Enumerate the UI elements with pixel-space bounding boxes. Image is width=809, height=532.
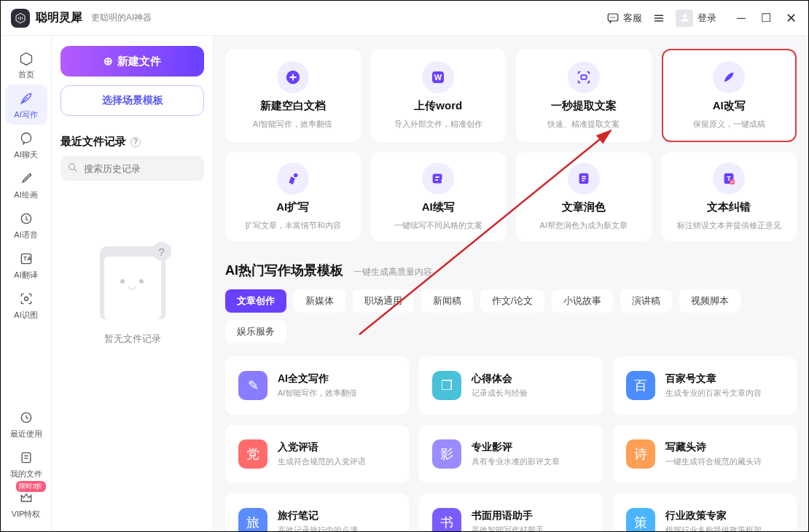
home-icon [18,50,34,66]
sidebar-item-write[interactable]: AI写作 [5,85,47,125]
svg-rect-7 [21,254,31,263]
tab-1[interactable]: 新媒体 [294,289,345,313]
template-icon: ❐ [432,371,461,400]
template-card[interactable]: 策 行业政策专家根据行业名称提供政策框架 [613,493,797,531]
doc-lines-icon [568,163,600,195]
help-icon[interactable]: ? [130,137,141,147]
template-icon: 党 [238,439,267,469]
tab-7[interactable]: 视频脚本 [679,289,740,313]
top-card-grid: 新建空白文档 AI智能写作，效率翻倍 W 上传word 导入外部文件，精准创作 … [225,49,797,142]
svg-point-1 [611,17,612,18]
svg-point-16 [294,173,298,178]
recent-files-heading: 最近文件记录 ? [60,135,204,149]
tab-5[interactable]: 小说故事 [552,289,613,313]
close-button[interactable]: ✕ [783,11,798,26]
svg-point-2 [612,17,614,18]
quill-icon [713,61,745,93]
plus-circle-icon [277,61,309,93]
tab-2[interactable]: 职场通用 [353,289,414,313]
sidebar-vip[interactable]: 限时3折 VIP特权 [5,484,47,524]
card-ai-rewrite[interactable]: AI改写 保留原义，一键成稿 [662,49,797,142]
chat-bubble-icon [18,130,34,146]
empty-illustration: ? [100,246,165,319]
search-input[interactable] [60,156,204,181]
support-button[interactable]: 客服 [606,12,642,25]
sidebar-item-translate[interactable]: AI翻译 [5,245,47,285]
card-new-doc[interactable]: 新建空白文档 AI智能写作，效率翻倍 [225,49,361,142]
card-ai-continue[interactable]: AI续写 一键续写不同风格的文案 [371,152,507,241]
main-content: 新建空白文档 AI智能写作，效率翻倍 W 上传word 导入外部文件，精准创作 … [214,36,808,531]
pen-expand-icon [277,163,309,195]
scan-icon [18,291,34,307]
translate-icon [18,251,34,267]
template-card[interactable]: 诗 写藏头诗一键生成符合规范的藏头诗 [613,425,797,483]
card-polish[interactable]: 文章润色 AI帮您润色为成为新文章 [516,152,652,241]
app-logo-icon [11,9,30,28]
login-button[interactable]: 登录 [697,12,716,25]
template-card[interactable]: 旅 旅行笔记高效记录旅行中的点滴 [225,493,409,531]
card-upload-word[interactable]: W 上传word 导入外部文件，精准创作 [371,49,507,142]
new-file-button[interactable]: ⊕ 新建文件 [60,46,204,77]
card-extract-text[interactable]: 一秒提取文案 快速、精准提取文案 [516,49,652,142]
tab-6[interactable]: 演讲稿 [620,289,672,313]
template-icon: 影 [432,439,461,469]
sidebar-item-audio[interactable]: AI语音 [5,205,47,245]
discount-badge: 限时3折 [16,481,45,492]
card-ai-expand[interactable]: AI扩写 扩写文章，丰富情节和内容 [225,152,361,241]
extract-icon [568,61,600,93]
search-icon [67,162,79,176]
left-panel: ⊕ 新建文件 选择场景模板 最近文件记录 ? ? 暂无文件记录 [52,36,214,531]
tab-0[interactable]: 文章创作 [225,289,286,313]
card-correct[interactable]: T 文本纠错 标注错误文本并提供修正意见 [662,152,797,241]
template-icon: 诗 [626,439,655,469]
sidebar-item-vision[interactable]: AI识图 [5,285,47,325]
file-icon [18,450,34,466]
chat-icon [606,12,620,25]
template-card[interactable]: ❐ 心得体会记录成长与经验 [419,356,603,415]
feather-icon [18,90,34,106]
template-card[interactable]: 书 书面用语助手高效智能写作好帮手 [419,493,603,531]
template-icon: 策 [626,508,655,531]
template-icon: 旅 [238,508,267,531]
brush-icon [18,171,34,187]
template-grid: ✎ AI全文写作AI智能写作，效率翻倍❐ 心得体会记录成长与经验百 百家号文章生… [225,356,797,531]
template-card[interactable]: 百 百家号文章生成专业的百家号文章内容 [613,356,797,415]
crown-icon [18,490,34,506]
template-card[interactable]: 影 专业影评具有专业水准的影评文章 [419,425,603,483]
templates-section-heading: AI热门写作场景模板 一键生成高质量内容 [225,262,797,279]
choose-template-button[interactable]: 选择场景模板 [60,85,204,116]
doc-check-icon: T [713,163,745,195]
menu-icon[interactable] [652,12,665,25]
avatar-placeholder [676,9,693,27]
tab-3[interactable]: 新闻稿 [421,289,473,313]
clock-icon [18,410,34,426]
sidebar-item-draw[interactable]: AI绘画 [5,165,47,205]
sidebar-item-home[interactable]: 首页 [5,44,47,85]
edit-doc-icon [422,163,454,195]
maximize-button[interactable]: ☐ [759,11,773,26]
tagline: 更聪明的AI神器 [91,12,152,24]
title-bar: 聪明灵犀 更聪明的AI神器 客服 登录 ─ ☐ ✕ [1,1,808,36]
sidebar-item-chat[interactable]: AI聊天 [5,125,47,165]
svg-point-8 [24,297,28,301]
sidebar-mydocs[interactable]: 我的文件 [5,444,47,484]
template-icon: 书 [432,508,461,531]
minimize-button[interactable]: ─ [734,11,749,26]
logo: 聪明灵犀 [11,9,82,28]
sidebar: 首页 AI写作 AI聊天 AI绘画 AI语音 AI翻译 AI识图 最 [1,36,52,531]
svg-point-5 [21,133,31,143]
template-card[interactable]: ✎ AI全文写作AI智能写作，效率翻倍 [225,356,409,415]
tab-4[interactable]: 作文/论文 [480,289,544,313]
app-name: 聪明灵犀 [36,10,82,26]
support-label: 客服 [623,12,642,25]
tab-8[interactable]: 娱乐服务 [225,320,286,343]
svg-rect-15 [581,75,586,79]
svg-point-11 [69,164,75,170]
sidebar-recent[interactable]: 最近使用 [5,404,47,444]
svg-rect-10 [22,453,31,462]
template-tabs: 文章创作新媒体职场通用新闻稿作文/论文小说故事演讲稿视频脚本娱乐服务 [225,289,797,343]
svg-text:W: W [434,73,442,82]
template-card[interactable]: 党 入党评语生成符合规范的入党评语 [225,425,409,483]
template-icon: ✎ [238,371,267,400]
word-icon: W [422,61,454,93]
